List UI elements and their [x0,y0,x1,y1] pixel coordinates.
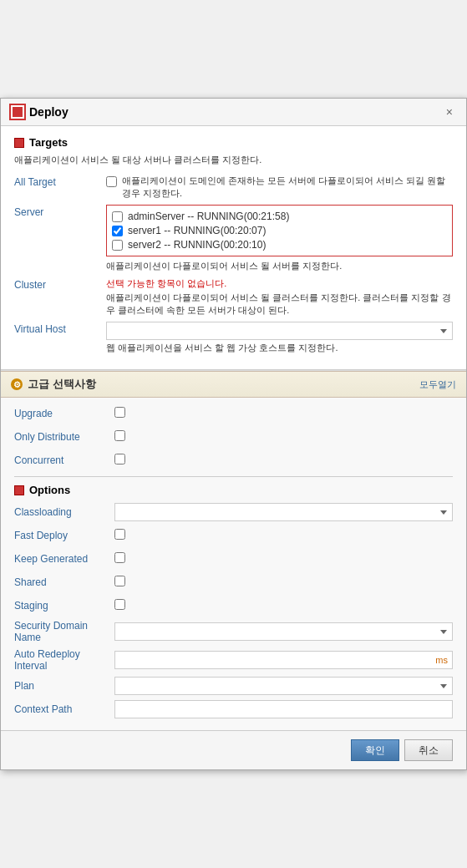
confirm-button[interactable]: 확인 [351,739,399,761]
cluster-no-items: 선택 가능한 항목이 없습니다. [106,277,453,290]
server-label: Server [14,205,106,272]
cluster-desc: 애플리케이션이 다플로이되어 서비스 될 클러스터를 지정한다. 클러스터를 지… [106,292,453,317]
advanced-header: ⚙ 고급 선택사항 모두열기 [1,371,466,398]
options-divider [14,476,453,477]
targets-header: Targets [14,136,453,149]
fast-deploy-content [114,529,453,542]
server-desc: 애플리케이션이 다플로이되어 서비스 될 서버를 지정한다. [106,260,453,272]
auto-redeploy-label: Auto Redeploy Interval [14,648,114,672]
plan-label: Plan [14,680,114,692]
auto-redeploy-row: Auto Redeploy Interval ms [14,648,453,672]
concurrent-checkbox[interactable] [114,454,125,464]
server-row-0: adminServer -- RUNNING(00:21:58) [112,211,447,222]
options-icon [14,485,24,495]
all-target-label: All Target [14,175,106,200]
upgrade-checkbox[interactable] [114,407,125,418]
auto-redeploy-input[interactable] [114,651,453,669]
context-path-label: Context Path [14,703,114,715]
advanced-title: 고급 선택사항 [28,377,96,392]
title-bar-left: Deploy [11,105,69,119]
title-bar: Deploy × [1,99,466,126]
only-distribute-label: Only Distribute [14,431,114,443]
concurrent-label: Concurrent [14,454,114,466]
advanced-section: ⚙ 고급 선택사항 모두열기 Upgrade Only Distribute [1,370,466,730]
dialog-body: Targets 애플리케이션이 서비스 될 대상 서버나 클러스터를 지정한다.… [1,126,466,370]
plan-content [114,677,453,695]
deploy-icon [11,105,24,119]
plan-select[interactable] [114,677,453,695]
keep-generated-label: Keep Generated [14,553,114,565]
targets-desc: 애플리케이션이 서비스 될 대상 서버나 클러스터를 지정한다. [14,154,453,166]
all-target-checkbox-area: 애플리케이션이 도메인에 존재하는 모든 서버에 다플로이되어 서비스 되길 원… [106,175,453,200]
server-checkbox-0[interactable] [112,211,123,222]
keep-generated-row: Keep Generated [14,550,453,568]
fast-deploy-label: Fast Deploy [14,530,114,541]
staging-row: Staging [14,596,453,615]
virtual-host-content: 웹 애플리케이션을 서비스 할 웹 가상 호스트를 지정한다. [106,322,453,354]
advanced-header-left: ⚙ 고급 선택사항 [11,377,96,392]
plan-row: Plan [14,677,453,695]
auto-redeploy-wrapper: ms [114,651,453,669]
server-row-2: server2 -- RUNNING(00:20:10) [112,239,447,251]
staging-label: Staging [14,600,114,612]
security-domain-select[interactable] [114,622,453,641]
all-target-desc: 애플리케이션이 도메인에 존재하는 모든 서버에 다플로이되어 서비스 되길 원… [122,175,453,200]
keep-generated-content [114,552,453,566]
staging-content [114,599,453,612]
all-target-row: All Target 애플리케이션이 도메인에 존재하는 모든 서버에 다플로이… [14,175,453,200]
dialog-footer: 확인 취소 [1,730,466,769]
shared-content [114,576,453,589]
server-name-2: server2 -- RUNNING(00:20:10) [128,239,266,251]
virtual-host-label: Virtual Host [14,322,106,354]
virtual-host-desc: 웹 애플리케이션을 서비스 할 웹 가상 호스트를 지정한다. [106,342,453,354]
keep-generated-checkbox[interactable] [114,552,125,563]
context-path-content [114,700,453,718]
targets-title: Targets [29,136,68,149]
deploy-dialog: Deploy × Targets 애플리케이션이 서비스 될 대상 서버나 클러… [0,98,467,770]
advanced-body: Upgrade Only Distribute Concurrent [1,398,466,730]
server-row-1: server1 -- RUNNING(00:20:07) [112,225,447,236]
fast-deploy-checkbox[interactable] [114,529,125,540]
expand-all-link[interactable]: 모두열기 [419,378,456,391]
classloading-select[interactable] [114,503,453,521]
server-checkbox-2[interactable] [112,240,123,251]
security-domain-row: Security Domain Name [14,620,453,643]
server-content: adminServer -- RUNNING(00:21:58) server1… [106,205,453,272]
options-header: Options [14,484,453,496]
cluster-content: 선택 가능한 항목이 없습니다. 애플리케이션이 다플로이되어 서비스 될 클러… [106,277,453,317]
server-name-1: server1 -- RUNNING(00:20:07) [128,225,266,236]
virtual-host-select[interactable] [106,322,453,340]
close-button[interactable]: × [443,105,456,119]
targets-icon [14,138,24,148]
staging-checkbox[interactable] [114,599,125,610]
context-path-input[interactable] [114,700,453,718]
security-domain-content [114,622,453,641]
upgrade-content [114,407,453,420]
upgrade-row: Upgrade [14,404,453,423]
only-distribute-row: Only Distribute [14,428,453,446]
cluster-label: Cluster [14,277,106,317]
all-target-checkbox[interactable] [106,176,117,187]
server-row: Server adminServer -- RUNNING(00:21:58) … [14,205,453,272]
cancel-button[interactable]: 취소 [404,739,453,761]
options-title: Options [29,484,70,496]
classloading-row: Classloading [14,503,453,521]
concurrent-row: Concurrent [14,451,453,470]
only-distribute-checkbox[interactable] [114,430,125,441]
server-checkbox-1[interactable] [112,226,123,236]
all-target-content: 애플리케이션이 도메인에 존재하는 모든 서버에 다플로이되어 서비스 되길 원… [106,175,453,200]
classloading-content [114,503,453,521]
shared-row: Shared [14,573,453,591]
server-box: adminServer -- RUNNING(00:21:58) server1… [106,205,453,256]
auto-redeploy-content: ms [114,651,453,669]
dialog-title: Deploy [29,105,69,119]
classloading-label: Classloading [14,506,114,518]
fast-deploy-row: Fast Deploy [14,526,453,545]
concurrent-content [114,454,453,467]
shared-checkbox[interactable] [114,576,125,586]
advanced-icon: ⚙ [11,378,23,390]
virtual-host-row: Virtual Host 웹 애플리케이션을 서비스 할 웹 가상 호스트를 지… [14,322,453,354]
shared-label: Shared [14,576,114,588]
cluster-row: Cluster 선택 가능한 항목이 없습니다. 애플리케이션이 다플로이되어 … [14,277,453,317]
only-distribute-content [114,430,453,444]
